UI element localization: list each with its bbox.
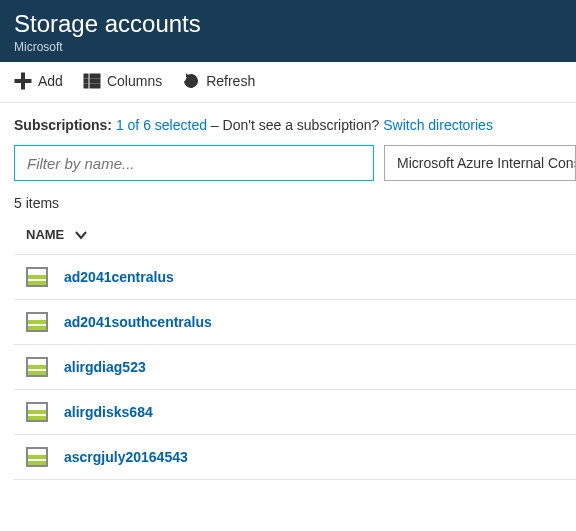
plus-icon [14,72,32,90]
scope-dropdown-value: Microsoft Azure Internal Consumption [397,155,576,171]
column-header-name[interactable]: NAME [14,227,576,254]
svg-rect-5 [90,79,100,83]
subscriptions-hint: Don't see a subscription? [223,117,384,133]
storage-account-icon [26,402,48,422]
item-name[interactable]: ascrgjuly20164543 [64,449,188,465]
chevron-down-icon [74,228,88,242]
items-list: ad2041centralus ad2041southcentralus ali… [14,254,576,480]
page-title: Storage accounts [14,10,562,38]
item-name[interactable]: ad2041centralus [64,269,174,285]
table-row[interactable]: alirgdiag523 [14,344,576,389]
column-header-name-label: NAME [26,227,64,242]
svg-rect-7 [90,84,100,88]
table-row[interactable]: ascrgjuly20164543 [14,434,576,480]
toolbar: Add Columns Refresh [0,62,576,103]
svg-rect-26 [28,455,46,459]
subscriptions-dash: – [211,117,223,133]
svg-rect-23 [28,416,46,420]
svg-rect-6 [84,84,88,88]
table-row[interactable]: alirgdisks684 [14,389,576,434]
storage-account-icon [26,267,48,287]
svg-rect-14 [28,320,46,324]
add-label: Add [38,73,63,89]
svg-rect-11 [28,281,46,285]
columns-button[interactable]: Columns [83,72,162,90]
svg-rect-3 [90,74,100,78]
svg-rect-22 [28,410,46,414]
table-row[interactable]: ad2041southcentralus [14,299,576,344]
subscriptions-selected-link[interactable]: 1 of 6 selected [116,117,207,133]
refresh-icon [182,72,200,90]
storage-account-icon [26,312,48,332]
refresh-label: Refresh [206,73,255,89]
item-name[interactable]: alirgdiag523 [64,359,146,375]
columns-icon [83,72,101,90]
storage-account-icon [26,447,48,467]
columns-label: Columns [107,73,162,89]
svg-rect-18 [28,365,46,369]
page-subtitle: Microsoft [14,40,562,54]
add-button[interactable]: Add [14,72,63,90]
item-count: 5 items [14,195,576,211]
content: Subscriptions: 1 of 6 selected – Don't s… [0,103,576,480]
storage-account-icon [26,357,48,377]
subscriptions-label: Subscriptions: [14,117,112,133]
svg-rect-1 [15,80,31,83]
scope-dropdown[interactable]: Microsoft Azure Internal Consumption [384,145,576,181]
filter-row: Microsoft Azure Internal Consumption [14,145,576,181]
item-name[interactable]: ad2041southcentralus [64,314,212,330]
item-name[interactable]: alirgdisks684 [64,404,153,420]
switch-directories-link[interactable]: Switch directories [383,117,493,133]
svg-rect-10 [28,275,46,279]
refresh-button[interactable]: Refresh [182,72,255,90]
svg-rect-2 [84,74,88,78]
svg-rect-19 [28,371,46,375]
svg-rect-4 [84,79,88,83]
subscriptions-line: Subscriptions: 1 of 6 selected – Don't s… [14,117,576,133]
svg-rect-27 [28,461,46,465]
table-row[interactable]: ad2041centralus [14,254,576,299]
page-header: Storage accounts Microsoft [0,0,576,62]
svg-rect-15 [28,326,46,330]
filter-input[interactable] [14,145,374,181]
